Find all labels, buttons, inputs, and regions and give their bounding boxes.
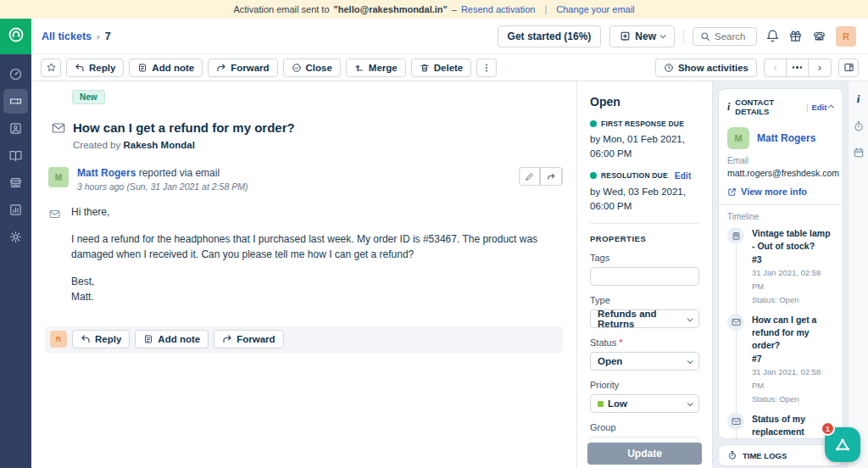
phone-icon[interactable] bbox=[811, 29, 827, 43]
external-link-icon bbox=[727, 187, 737, 197]
sidebar-item-solutions[interactable] bbox=[3, 143, 28, 168]
check-circle-icon bbox=[292, 63, 302, 73]
banner-email: "hello@rakeshmondal.in" bbox=[334, 4, 448, 14]
sidebar-item-analytics[interactable] bbox=[3, 198, 28, 222]
app-header: All tickets › 7 Get started (16%) New bbox=[0, 19, 868, 54]
headset-icon bbox=[7, 25, 25, 47]
phone-device-icon bbox=[727, 227, 744, 244]
notifications-bell-icon[interactable] bbox=[765, 29, 780, 43]
reply-arrow-icon bbox=[75, 63, 85, 73]
edit-resolution-link[interactable]: Edit bbox=[675, 171, 692, 181]
delete-button[interactable]: Delete bbox=[411, 58, 472, 77]
reply-bar-add-note-button[interactable]: Add note bbox=[135, 330, 209, 348]
reply-button[interactable]: Reply bbox=[66, 58, 124, 77]
sidebar-item-admin[interactable] bbox=[3, 225, 28, 249]
message-timestamp: 3 hours ago (Sun, 31 Jan 2021 at 2:58 PM… bbox=[77, 181, 248, 192]
sidebar-item-tickets[interactable] bbox=[3, 89, 28, 114]
required-asterisk: * bbox=[619, 337, 622, 348]
whats-new-gift-icon[interactable] bbox=[788, 29, 803, 43]
sender-name-link[interactable]: Matt Rogers bbox=[77, 167, 136, 179]
pager-more-button[interactable] bbox=[787, 59, 809, 76]
timeline-item[interactable]: Vintage table lamp - Out of stock? #3 31… bbox=[727, 227, 834, 306]
view-more-info-link[interactable]: View more info bbox=[727, 187, 834, 197]
merge-icon bbox=[354, 63, 364, 73]
get-started-button[interactable]: Get started (16%) bbox=[498, 25, 602, 47]
add-note-button[interactable]: Add note bbox=[129, 58, 203, 77]
star-button[interactable] bbox=[41, 58, 61, 77]
schedule-tab[interactable] bbox=[853, 147, 865, 159]
collapse-email-icon[interactable] bbox=[49, 207, 60, 304]
info-icon: i bbox=[857, 92, 860, 106]
timeline-item[interactable]: Status of my replacement #9 31 Jan 2021,… bbox=[727, 413, 834, 439]
email-icon bbox=[727, 314, 744, 331]
collapse-chevron-icon[interactable] bbox=[829, 104, 835, 110]
prev-ticket-button[interactable]: ‹ bbox=[765, 59, 787, 76]
ticket-status-heading: Open bbox=[590, 95, 699, 109]
resend-activation-link[interactable]: Resend activation bbox=[461, 4, 535, 14]
sidebar-item-forums[interactable] bbox=[3, 170, 28, 195]
status-select[interactable]: Open bbox=[590, 352, 699, 370]
contact-details-title: CONTACT DETAILS bbox=[735, 98, 803, 116]
new-button[interactable]: New bbox=[609, 25, 675, 47]
contact-info-tab[interactable]: i bbox=[857, 92, 860, 106]
forward-message-button[interactable] bbox=[541, 168, 562, 185]
status-badge: New bbox=[72, 90, 105, 104]
solutions-book-icon bbox=[8, 148, 23, 163]
update-button[interactable]: Update bbox=[587, 443, 702, 465]
priority-label: Priority bbox=[590, 380, 699, 390]
dashboard-icon bbox=[8, 67, 23, 81]
more-actions-button[interactable] bbox=[476, 58, 497, 77]
sidebar-item-contacts[interactable] bbox=[3, 116, 28, 141]
change-email-link[interactable]: Change your email bbox=[556, 4, 634, 14]
pencil-icon bbox=[520, 168, 540, 185]
chevron-down-icon bbox=[660, 32, 666, 38]
reply-bar-forward-button[interactable]: Forward bbox=[214, 330, 283, 348]
resolution-due-value: by Wed, 03 Feb 2021, 06:00 PM bbox=[590, 185, 699, 214]
user-avatar[interactable]: R bbox=[836, 26, 856, 47]
reply-bar: R Reply Add note Forward bbox=[45, 326, 563, 353]
note-icon bbox=[143, 334, 153, 344]
chevron-down-icon bbox=[687, 400, 693, 406]
forward-button[interactable]: Forward bbox=[208, 58, 277, 77]
message-greeting: Hi there, bbox=[71, 205, 559, 220]
ticket-toolbar: Reply Add note Forward Close Merge Delet… bbox=[31, 54, 868, 81]
contact-name-link[interactable]: Matt Rogers bbox=[757, 132, 815, 144]
type-label: Type bbox=[590, 295, 699, 305]
freshdesk-logo[interactable] bbox=[0, 19, 31, 54]
ticket-creator: Rakesh Mondal bbox=[123, 140, 194, 150]
close-ticket-button[interactable]: Close bbox=[283, 58, 341, 77]
chevron-down-icon bbox=[687, 315, 693, 321]
time-logs-tab[interactable] bbox=[853, 120, 865, 132]
ticket-title: How can I get a refund for my order? bbox=[73, 120, 295, 135]
timeline-item[interactable]: How can I get a refund for my order? #7 … bbox=[727, 314, 834, 405]
breadcrumb-ticket-id: 7 bbox=[105, 31, 111, 42]
message-signature: Matt. bbox=[71, 290, 559, 304]
priority-select[interactable]: Low bbox=[590, 394, 699, 413]
plus-square-icon bbox=[620, 31, 631, 42]
reply-arrow-icon bbox=[81, 334, 91, 344]
tags-input[interactable] bbox=[590, 267, 699, 286]
message-quick-actions bbox=[519, 167, 563, 186]
breadcrumb-all-tickets[interactable]: All tickets bbox=[42, 31, 92, 42]
merge-button[interactable]: Merge bbox=[346, 58, 406, 77]
forward-arrow-icon bbox=[216, 63, 226, 73]
app-sidebar bbox=[0, 54, 31, 468]
forward-arrow-icon bbox=[541, 168, 562, 185]
search-box[interactable] bbox=[693, 27, 757, 46]
next-ticket-button[interactable]: › bbox=[809, 59, 831, 76]
reply-bar-reply-button[interactable]: Reply bbox=[72, 330, 130, 348]
toggle-side-panel-button[interactable] bbox=[838, 58, 859, 77]
message-signoff: Best, bbox=[71, 275, 559, 289]
help-widget-button[interactable]: 1 bbox=[825, 427, 860, 462]
show-activities-button[interactable]: Show activities bbox=[655, 58, 757, 77]
contact-email: matt.rogers@freshdesk.com bbox=[727, 168, 834, 178]
sidebar-item-dashboard[interactable] bbox=[3, 62, 28, 86]
search-input[interactable] bbox=[715, 31, 752, 42]
edit-contact-link[interactable]: Edit bbox=[811, 103, 826, 112]
contact-column: i CONTACT DETAILS | Edit M Matt Rogers E… bbox=[712, 81, 848, 468]
forums-icon bbox=[8, 176, 23, 190]
timeline-label: Timeline bbox=[727, 212, 834, 221]
edit-quote-button[interactable] bbox=[520, 168, 541, 185]
first-response-due-value: by Mon, 01 Feb 2021, 06:00 PM bbox=[590, 132, 699, 162]
type-select[interactable]: Refunds and Returns bbox=[590, 309, 699, 328]
